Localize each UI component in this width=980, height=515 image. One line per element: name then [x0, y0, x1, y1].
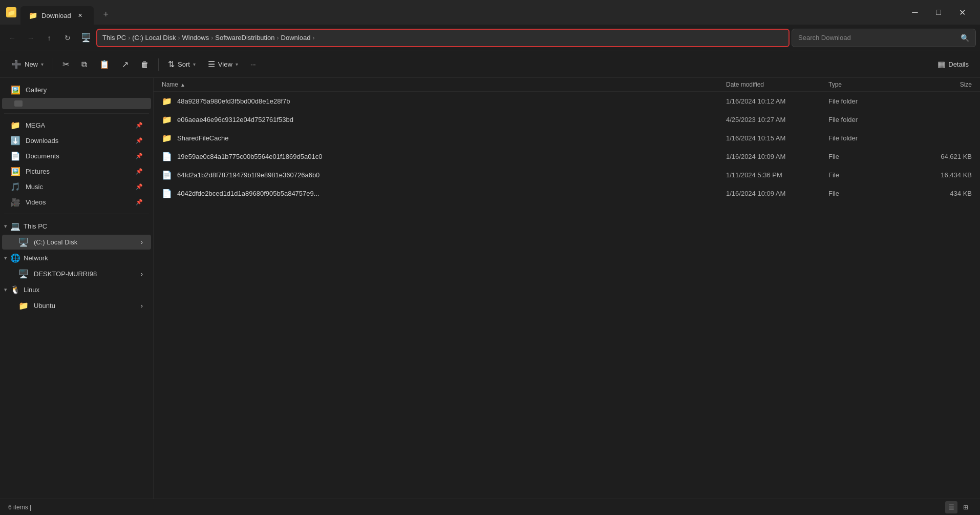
sidebar-item-gallery[interactable]: 🖼️ Gallery [2, 83, 151, 97]
status-bar: 6 items | ☰ ⊞ [0, 499, 980, 515]
pc-button[interactable]: 🖥️ [78, 30, 94, 46]
delete-button[interactable]: 🗑 [136, 57, 154, 72]
documents-pin-icon: 📌 [136, 153, 143, 159]
paste-icon: 📋 [99, 59, 110, 69]
table-row[interactable]: 📁 SharedFileCache 1/16/2024 10:15 AM Fil… [154, 129, 980, 147]
localdisk-icon: 🖥️ [18, 237, 29, 247]
ubuntu-icon: 📁 [18, 301, 29, 311]
sidebar-item-documents[interactable]: 📄 Documents 📌 [2, 149, 151, 163]
address-segment-cdrive: (C:) Local Disk [132, 34, 176, 42]
pictures-pin-icon: 📌 [136, 168, 143, 175]
new-tab-button[interactable]: + [98, 6, 114, 23]
sidebar-section-network[interactable]: ▾ 🌐 Network [0, 250, 153, 266]
sidebar-item-videos[interactable]: 🎥 Videos 📌 [2, 195, 151, 210]
toolbar: ➕ New ▾ ✂ ⧉ 📋 ↗ 🗑 ⇅ Sort ▾ ☰ View ▾ ··· … [0, 51, 980, 78]
close-button[interactable]: ✕ [950, 4, 974, 20]
tab-download[interactable]: 📁 Download ✕ [20, 6, 94, 25]
desktop-murri-chevron-icon: › [141, 270, 143, 278]
table-row[interactable]: 📄 19e59ae0c84a1b775c00b5564e01f1869d5a01… [154, 147, 980, 166]
sort-button[interactable]: ⇅ Sort ▾ [163, 56, 201, 72]
sidebar-divider-1 [4, 113, 149, 114]
sidebar-divider-2 [4, 214, 149, 214]
tab-close-button[interactable]: ✕ [75, 10, 86, 20]
desktop-murri-icon: 🖥️ [18, 269, 29, 279]
address-bar[interactable]: This PC › (C:) Local Disk › Windows › So… [96, 29, 790, 47]
sidebar-item-music[interactable]: 🎵 Music 📌 [2, 179, 151, 194]
new-button[interactable]: ➕ New ▾ [6, 56, 49, 72]
file-icon: 📄 [162, 170, 172, 180]
main-layout: 🖼️ Gallery 📁 MEGA 📌 ⬇️ Downloads 📌 📄 Doc… [0, 78, 980, 499]
view-icon: ☰ [208, 59, 215, 69]
search-icon: 🔍 [961, 34, 969, 42]
cut-button[interactable]: ✂ [57, 56, 74, 72]
view-toggle-group: ☰ ⊞ [945, 501, 972, 513]
address-segment-thispc: This PC [102, 34, 126, 42]
table-row[interactable]: 📁 e06aeae46e96c9312e04d752761f53bd 4/25/… [154, 110, 980, 129]
sidebar-section-linux[interactable]: ▾ 🐧 Linux [0, 282, 153, 298]
up-button[interactable]: ↑ [41, 30, 57, 46]
share-button[interactable]: ↗ [117, 56, 134, 72]
downloads-icon: ⬇️ [10, 136, 20, 146]
minimize-button[interactable]: ─ [903, 4, 927, 20]
forward-button[interactable]: → [23, 30, 39, 46]
copy-button[interactable]: ⧉ [76, 57, 92, 72]
maximize-button[interactable]: □ [927, 4, 950, 20]
toolbar-divider-2 [158, 58, 159, 71]
search-input[interactable] [798, 34, 956, 42]
details-icon: ▦ [938, 59, 945, 69]
table-row[interactable]: 📄 64fd2a1b2d8f78719479b1f9e8981e360726a6… [154, 166, 980, 184]
file-icon: 📄 [162, 189, 172, 198]
sidebar-item-local-disk[interactable]: 🖥️ (C:) Local Disk › [2, 235, 151, 250]
view-button[interactable]: ☰ View ▾ [203, 56, 243, 72]
details-button[interactable]: ▦ Details [932, 56, 974, 72]
cut-icon: ✂ [62, 59, 69, 69]
grid-view-button[interactable]: ⊞ [960, 501, 972, 513]
sidebar-item-mega[interactable]: 📁 MEGA 📌 [2, 118, 151, 133]
tab-label: Download [41, 12, 71, 19]
sidebar-item-pictures[interactable]: 🖼️ Pictures 📌 [2, 164, 151, 179]
refresh-button[interactable]: ↻ [59, 30, 76, 46]
table-row[interactable]: 📁 48a92875a980efd3f5bd00d8e1e28f7b 1/16/… [154, 92, 980, 110]
network-icon: 🌐 [10, 253, 20, 263]
nav-bar: ← → ↑ ↻ 🖥️ This PC › (C:) Local Disk › W… [0, 25, 980, 51]
mega-pin-icon: 📌 [136, 122, 143, 129]
col-size-header[interactable]: Size [910, 81, 972, 88]
sidebar-item-pinned[interactable] [2, 98, 151, 109]
localdisk-chevron-icon: › [141, 238, 143, 246]
sort-icon: ⇅ [168, 59, 175, 69]
table-row[interactable]: 📄 4042dfde2bced1d1d1a89680f905b5a84757e9… [154, 184, 980, 202]
col-type-header[interactable]: Type [828, 81, 910, 88]
documents-icon: 📄 [10, 151, 20, 161]
col-date-header[interactable]: Date modified [726, 81, 828, 88]
back-button[interactable]: ← [4, 30, 20, 46]
address-segment-windows: Windows [182, 34, 209, 42]
folder-icon: 📁 [162, 115, 172, 125]
status-item-count: 6 items | [8, 504, 31, 511]
folder-icon: 📁 [162, 96, 172, 106]
videos-pin-icon: 📌 [136, 199, 143, 205]
pictures-icon: 🖼️ [10, 167, 20, 176]
ubuntu-chevron-icon: › [141, 302, 143, 310]
folder-icon: 📁 [162, 133, 172, 143]
sidebar-item-downloads[interactable]: ⬇️ Downloads 📌 [2, 133, 151, 148]
mega-icon: 📁 [10, 120, 20, 130]
gallery-icon: 🖼️ [10, 85, 20, 95]
copy-icon: ⧉ [81, 60, 87, 69]
address-segment-download: Download [281, 34, 311, 42]
toolbar-divider-1 [53, 58, 53, 71]
more-button[interactable]: ··· [245, 57, 261, 71]
address-segment-softwaredist: SoftwareDistribution [215, 34, 274, 42]
sidebar-item-ubuntu[interactable]: 📁 Ubuntu › [2, 298, 151, 313]
share-icon: ↗ [122, 59, 129, 69]
col-name-header[interactable]: Name ▲ [162, 81, 726, 88]
music-icon: 🎵 [10, 182, 20, 192]
sidebar: 🖼️ Gallery 📁 MEGA 📌 ⬇️ Downloads 📌 📄 Doc… [0, 78, 154, 499]
search-bar[interactable]: 🔍 [792, 29, 976, 47]
list-view-button[interactable]: ☰ [945, 501, 957, 513]
sidebar-section-this-pc[interactable]: ▾ 💻 This PC [0, 218, 153, 234]
thispc-icon: 💻 [10, 221, 20, 231]
paste-button[interactable]: 📋 [94, 56, 115, 72]
app-icon: 📁 [6, 7, 16, 17]
sidebar-item-desktop-murri[interactable]: 🖥️ DESKTOP-MURRI98 › [2, 266, 151, 281]
linux-icon: 🐧 [10, 285, 20, 295]
